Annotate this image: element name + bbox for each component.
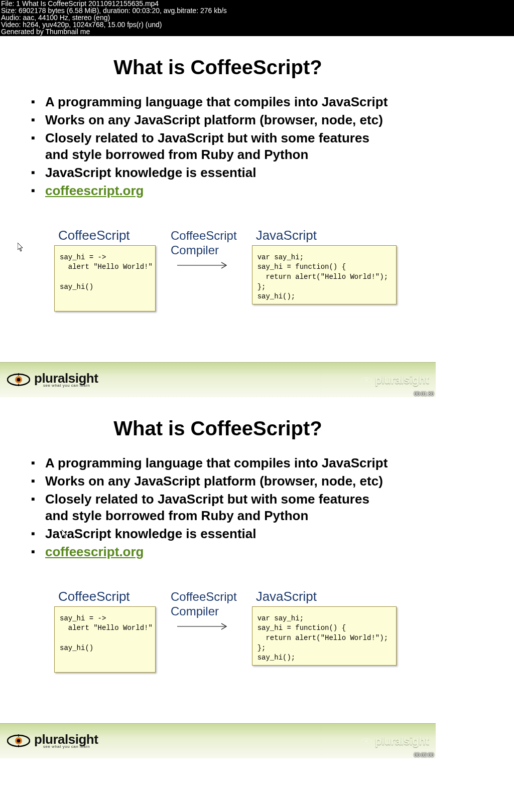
slide-footer-2: pluralsight see what you can learn plura… bbox=[0, 723, 436, 758]
slide-title: What is CoffeeScript? bbox=[0, 56, 436, 79]
slide-title: What is CoffeeScript? bbox=[0, 417, 436, 440]
pluralsight-logo-left: pluralsight see what you can learn bbox=[7, 734, 98, 748]
pluralsight-logo-right: pluralsight bbox=[361, 735, 429, 748]
bullet-list: A programming language that compiles int… bbox=[0, 455, 436, 561]
brand-text-right: pluralsight bbox=[375, 735, 429, 748]
eye-icon bbox=[361, 738, 372, 745]
eye-icon bbox=[7, 734, 30, 747]
coffeescript-code-box: say_hi = -> alert "Hello World!" say_hi(… bbox=[54, 245, 156, 311]
compiler-label-line2: Compiler bbox=[171, 243, 219, 257]
bullet-item: Works on any JavaScript platform (browse… bbox=[45, 112, 391, 129]
bullet-item: JavaScript knowledge is essential bbox=[45, 165, 391, 182]
bullet-list: A programming language that compiles int… bbox=[0, 94, 436, 200]
compiler-label-line2: Compiler bbox=[171, 604, 219, 618]
left-code-label: CoffeeScript bbox=[54, 589, 156, 604]
svg-point-7 bbox=[365, 379, 368, 382]
coffeescript-link[interactable]: coffeescript.org bbox=[45, 544, 144, 559]
bullet-link-item: coffeescript.org bbox=[45, 183, 391, 200]
brand-tagline: see what you can learn bbox=[34, 745, 98, 748]
compiler-label-line1: CoffeeScript bbox=[171, 590, 237, 603]
bullet-item: JavaScript knowledge is essential bbox=[45, 526, 391, 543]
compiler-label: CoffeeScript Compiler bbox=[171, 229, 237, 258]
brand-text-right: pluralsight bbox=[375, 374, 429, 387]
bullet-item: A programming language that compiles int… bbox=[45, 94, 391, 111]
svg-point-3 bbox=[17, 378, 21, 382]
coffeescript-code-box: say_hi = -> alert "Hello World!" say_hi(… bbox=[54, 606, 156, 673]
arrow-icon bbox=[176, 621, 231, 631]
code-comparison-row: CoffeeScript say_hi = -> alert "Hello Wo… bbox=[0, 589, 436, 673]
coffeescript-link[interactable]: coffeescript.org bbox=[45, 183, 144, 198]
javascript-code-box: var say_hi; say_hi = function() { return… bbox=[252, 245, 397, 304]
arrow-icon bbox=[176, 260, 231, 270]
meta-generated: Generated by Thumbnail me bbox=[1, 28, 513, 35]
pluralsight-logo-right: pluralsight bbox=[361, 374, 429, 387]
right-code-label: JavaScript bbox=[252, 589, 397, 604]
code-comparison-row: CoffeeScript say_hi = -> alert "Hello Wo… bbox=[0, 228, 436, 311]
eye-icon bbox=[7, 373, 30, 386]
javascript-code-box: var say_hi; say_hi = function() { return… bbox=[252, 606, 397, 666]
frame-timestamp: 00:02:00 bbox=[414, 752, 434, 758]
meta-audio: Audio: aac, 44100 Hz, stereo (eng) bbox=[1, 14, 513, 21]
bullet-item: Closely related to JavaScript but with s… bbox=[45, 491, 391, 525]
meta-video: Video: h264, yuv420p, 1024x768, 15.00 fp… bbox=[1, 21, 513, 28]
pluralsight-logo-left: pluralsight see what you can learn bbox=[7, 373, 98, 387]
frame-timestamp: 00:01:30 bbox=[414, 391, 434, 397]
video-metadata-header: File: 1 What Is CoffeeScript 20110912155… bbox=[0, 0, 514, 36]
svg-point-15 bbox=[365, 740, 368, 743]
meta-file: File: 1 What Is CoffeeScript 20110912155… bbox=[1, 0, 513, 7]
bullet-item: Works on any JavaScript platform (browse… bbox=[45, 473, 391, 490]
eye-icon bbox=[361, 377, 372, 384]
slide-footer-1: pluralsight see what you can learn plura… bbox=[0, 362, 436, 397]
bullet-link-item: coffeescript.org bbox=[45, 544, 391, 561]
compiler-label-line1: CoffeeScript bbox=[171, 229, 237, 242]
brand-tagline: see what you can learn bbox=[34, 384, 98, 387]
left-code-label: CoffeeScript bbox=[54, 228, 156, 243]
slide-frame-1: What is CoffeeScript? A programming lang… bbox=[0, 36, 436, 362]
meta-size: Size: 6902178 bytes (6.58 MiB), duration… bbox=[1, 7, 513, 14]
compiler-label: CoffeeScript Compiler bbox=[171, 590, 237, 619]
slide-frame-2: What is CoffeeScript? A programming lang… bbox=[0, 397, 436, 723]
svg-point-11 bbox=[17, 739, 21, 743]
bullet-item: Closely related to JavaScript but with s… bbox=[45, 130, 391, 164]
bullet-item: A programming language that compiles int… bbox=[45, 455, 391, 472]
right-code-label: JavaScript bbox=[252, 228, 397, 243]
